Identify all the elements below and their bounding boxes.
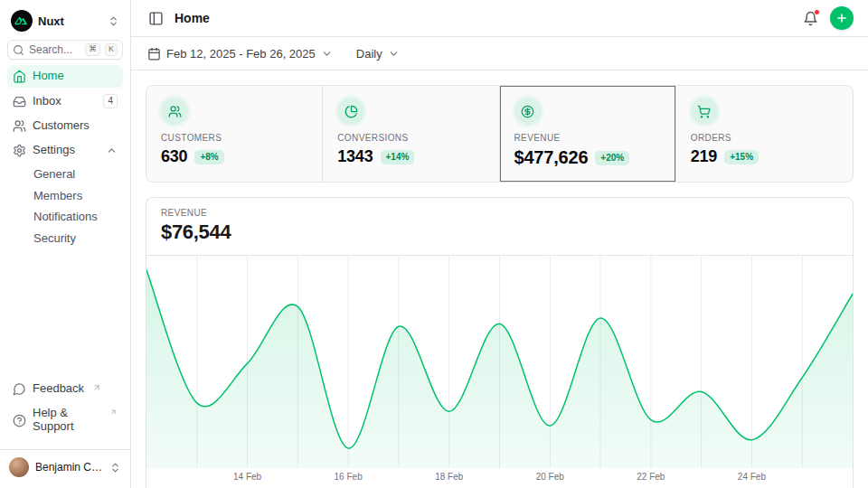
page-header: Home (131, 0, 868, 37)
date-range-picker[interactable]: Feb 12, 2025 - Feb 26, 2025 (146, 43, 335, 64)
sidebar-item-label: Help & Support (33, 407, 101, 434)
help-circle-icon (13, 414, 26, 427)
notifications-button[interactable] (800, 8, 821, 29)
search-icon (13, 44, 24, 56)
chart-header: REVENUE $76,544 (146, 198, 853, 256)
stat-revenue[interactable]: REVENUE $477,626 +20% (500, 86, 676, 182)
stat-customers[interactable]: CUSTOMERS 630 +8% (146, 86, 323, 182)
sidebar-item-label: Home (33, 70, 64, 83)
circle-dollar-icon (521, 105, 534, 118)
sidebar-spacer (7, 254, 123, 372)
sidebar-item-feedback[interactable]: Feedback (7, 378, 123, 400)
kbd-k: K (105, 43, 118, 56)
sidebar-item-help-support[interactable]: Help & Support (7, 402, 123, 438)
inbox-count-badge: 4 (103, 94, 118, 108)
sidebar-item-label: Feedback (33, 382, 84, 396)
date-range-label: Feb 12, 2025 - Feb 26, 2025 (166, 47, 316, 61)
users-icon (13, 119, 26, 133)
stat-value: 219 (691, 147, 717, 166)
sidebar-toggle-button[interactable] (146, 8, 166, 29)
search-placeholder: Search... (29, 43, 80, 56)
kbd-cmd: ⌘ (85, 43, 100, 56)
x-axis-tick-label: 22 Feb (637, 472, 665, 482)
external-link-icon (92, 383, 101, 392)
stat-label: ORDERS (691, 133, 838, 143)
sidebar-item-label: Customers (33, 119, 90, 133)
calendar-icon (147, 47, 161, 61)
revenue-area-chart-svg (146, 256, 853, 468)
chevron-up-icon (106, 145, 118, 156)
main-area: Home Feb 12, 2025 - Feb 26, 2025 Daily (131, 0, 868, 488)
stat-label: CUSTOMERS (161, 133, 307, 143)
chevron-down-icon (321, 48, 333, 60)
sidebar-item-security[interactable]: Security (7, 228, 123, 249)
inbox-icon (13, 95, 26, 108)
settings-gear-icon (13, 144, 26, 157)
stat-delta-badge: +20% (595, 151, 629, 165)
sidebar-item-customers[interactable]: Customers (7, 115, 123, 137)
chart-pie-icon (344, 105, 358, 118)
header-actions (800, 6, 854, 30)
sidebar: Nuxt Search... ⌘ K Home Inbox 4 Customer… (0, 0, 131, 488)
message-circle-icon (13, 382, 26, 396)
notification-dot (814, 9, 820, 15)
sidebar-footer-nav: Feedback Help & Support (7, 378, 123, 438)
sidebar-item-members[interactable]: Members (7, 185, 123, 207)
stat-delta-badge: +15% (724, 150, 759, 164)
dashboard-content: CUSTOMERS 630 +8% CONVERSIONS 1343 +14% (131, 70, 868, 488)
user-menu[interactable]: Benjamin Canac (0, 449, 130, 481)
stats-row: CUSTOMERS 630 +8% CONVERSIONS 1343 +14% (146, 85, 854, 183)
x-axis-tick-label: 24 Feb (738, 472, 766, 482)
external-link-icon (109, 408, 118, 417)
new-item-button[interactable] (830, 6, 854, 30)
revenue-chart-card: REVENUE $76,544 14 Feb16 Feb18 Feb20 Feb… (146, 197, 854, 488)
chart-x-axis: 14 Feb16 Feb18 Feb20 Feb22 Feb24 Feb (146, 468, 853, 488)
page-title: Home (175, 11, 210, 25)
sidebar-item-settings[interactable]: Settings (7, 139, 123, 162)
workspace-switcher[interactable]: Nuxt (7, 7, 123, 34)
users-icon (168, 105, 182, 118)
chevrons-up-down-icon (109, 462, 121, 474)
interval-select[interactable]: Daily (354, 43, 401, 64)
stat-orders[interactable]: ORDERS 219 +15% (676, 86, 853, 182)
stat-conversions[interactable]: CONVERSIONS 1343 +14% (323, 86, 499, 182)
x-axis-tick-label: 16 Feb (335, 472, 363, 482)
chevron-down-icon (388, 48, 400, 60)
stat-delta-badge: +14% (381, 150, 415, 164)
chevrons-up-down-icon (108, 15, 119, 27)
stat-label: CONVERSIONS (337, 133, 484, 143)
stat-delta-badge: +8% (194, 150, 223, 164)
revenue-chart[interactable] (146, 256, 853, 468)
stat-value: 630 (161, 147, 187, 166)
stat-value: 1343 (337, 147, 373, 166)
filters-toolbar: Feb 12, 2025 - Feb 26, 2025 Daily (131, 37, 868, 70)
home-icon (13, 70, 26, 83)
user-name: Benjamin Canac (35, 461, 103, 474)
x-axis-tick-label: 18 Feb (435, 472, 463, 482)
sidebar-item-label: Inbox (33, 95, 61, 108)
chart-metric-label: REVENUE (161, 208, 838, 218)
workspace-name: Nuxt (38, 14, 102, 28)
sidebar-item-home[interactable]: Home (7, 65, 123, 88)
chart-metric-value: $76,544 (161, 221, 838, 244)
sidebar-item-label: Settings (33, 144, 75, 157)
x-axis-tick-label: 20 Feb (536, 472, 564, 482)
shopping-cart-icon (697, 105, 711, 118)
stat-value: $477,626 (514, 147, 589, 168)
sidebar-item-notifications[interactable]: Notifications (7, 206, 123, 228)
sidebar-nav: Home Inbox 4 Customers Settings General … (7, 65, 123, 249)
plus-icon (835, 12, 848, 24)
nuxt-logo-icon (11, 10, 33, 32)
interval-label: Daily (356, 47, 382, 61)
stat-label: REVENUE (514, 133, 661, 143)
search-input[interactable]: Search... ⌘ K (7, 40, 123, 60)
sidebar-item-general[interactable]: General (7, 164, 123, 185)
x-axis-tick-label: 14 Feb (233, 472, 261, 482)
sidebar-item-inbox[interactable]: Inbox 4 (7, 89, 123, 113)
settings-subnav: General Members Notifications Security (7, 164, 123, 249)
avatar (9, 457, 29, 477)
panel-left-icon (148, 11, 164, 26)
